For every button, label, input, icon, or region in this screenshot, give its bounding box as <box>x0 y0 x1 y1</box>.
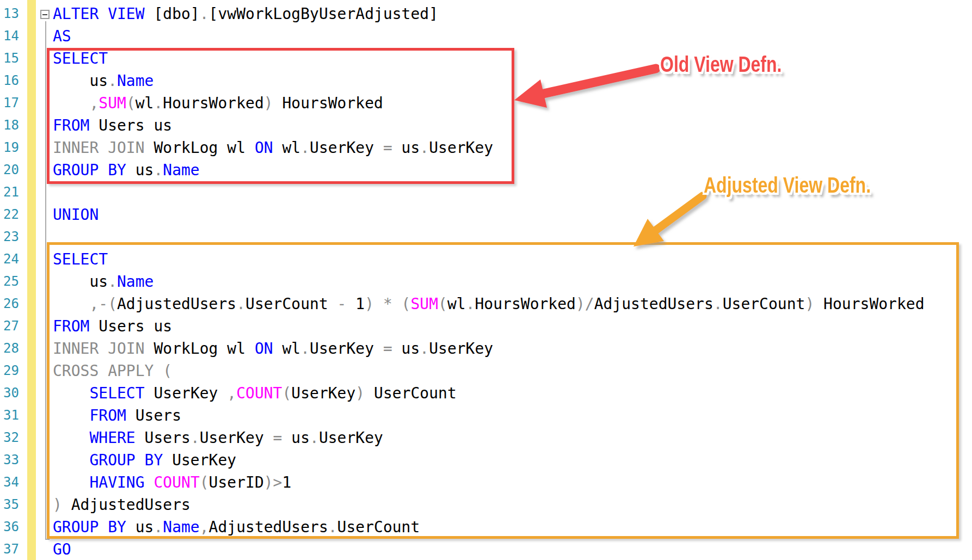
collapse-region-icon[interactable] <box>40 10 50 19</box>
line-number[interactable]: 31 <box>0 404 19 427</box>
code-text[interactable]: AS <box>19 25 71 47</box>
code-line[interactable]: 37GO <box>0 538 925 560</box>
line-number[interactable]: 28 <box>0 337 19 360</box>
line-number[interactable]: 22 <box>0 204 19 226</box>
code-text[interactable]: GO <box>19 538 71 560</box>
line-number[interactable]: 34 <box>0 471 19 494</box>
line-number[interactable]: 17 <box>0 92 19 114</box>
code-line[interactable]: 22UNION <box>0 204 925 226</box>
minus-icon <box>42 14 47 15</box>
line-number[interactable]: 29 <box>0 360 19 382</box>
line-number[interactable]: 33 <box>0 449 19 471</box>
line-number[interactable]: 32 <box>0 427 19 449</box>
adjusted-view-defn-label: Adjusted View Defn. <box>704 173 871 198</box>
adjusted-view-defn-box <box>47 242 959 539</box>
line-number[interactable]: 20 <box>0 159 19 181</box>
line-number[interactable]: 26 <box>0 293 19 315</box>
code-text[interactable]: ALTER VIEW [dbo].[vwWorkLogByUserAdjuste… <box>19 3 438 25</box>
line-number[interactable]: 19 <box>0 137 19 159</box>
code-line[interactable]: 13ALTER VIEW [dbo].[vwWorkLogByUserAdjus… <box>0 3 925 25</box>
code-text[interactable] <box>19 181 53 204</box>
old-view-defn-box <box>47 48 514 184</box>
line-number[interactable]: 24 <box>0 248 19 270</box>
code-text[interactable]: UNION <box>19 204 99 226</box>
line-number[interactable]: 37 <box>0 538 19 560</box>
line-number[interactable]: 35 <box>0 494 19 516</box>
line-number[interactable]: 13 <box>0 3 19 25</box>
line-number[interactable]: 18 <box>0 114 19 137</box>
line-number[interactable]: 36 <box>0 516 19 538</box>
line-number[interactable]: 25 <box>0 270 19 293</box>
sql-editor: 13ALTER VIEW [dbo].[vwWorkLogByUserAdjus… <box>0 0 972 560</box>
old-view-defn-label: Old View Defn. <box>660 52 782 77</box>
line-number[interactable]: 16 <box>0 70 19 92</box>
line-number[interactable]: 15 <box>0 47 19 70</box>
line-number[interactable]: 27 <box>0 315 19 337</box>
line-number[interactable]: 30 <box>0 382 19 404</box>
line-number[interactable]: 23 <box>0 226 19 248</box>
line-number[interactable]: 14 <box>0 25 19 47</box>
code-line[interactable]: 14AS <box>0 25 925 47</box>
line-number[interactable]: 21 <box>0 181 19 204</box>
